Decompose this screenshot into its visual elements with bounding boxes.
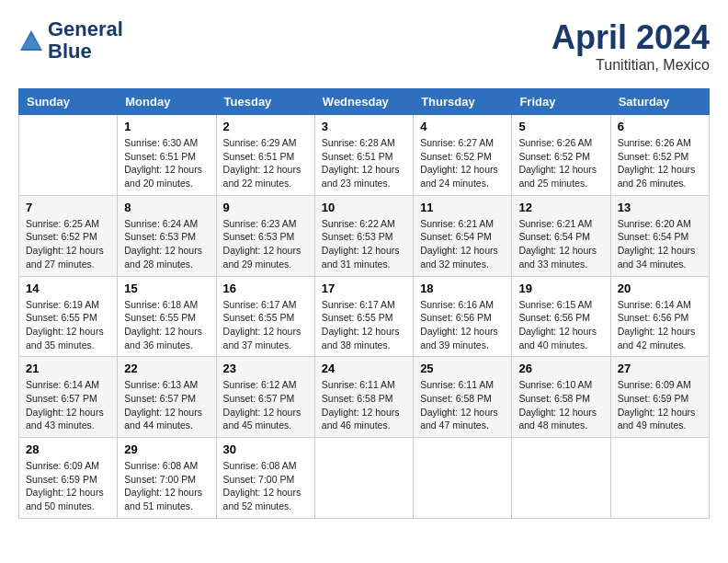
calendar-cell: 9Sunrise: 6:23 AMSunset: 6:53 PMDaylight… [216,195,314,276]
day-info: Sunrise: 6:20 AMSunset: 6:54 PMDaylight:… [618,217,702,271]
calendar-cell: 7Sunrise: 6:25 AMSunset: 6:52 PMDaylight… [19,195,118,276]
calendar-cell: 17Sunrise: 6:17 AMSunset: 6:55 PMDayligh… [314,276,413,357]
day-number: 8 [124,201,209,214]
day-info: Sunrise: 6:17 AMSunset: 6:55 PMDaylight:… [322,298,406,352]
logo: General Blue [18,18,123,63]
day-info: Sunrise: 6:11 AMSunset: 6:58 PMDaylight:… [420,378,505,432]
calendar-cell [512,438,610,519]
weekday-header: Sunday [19,89,118,115]
title-block: April 2024 Tunititian, Mexico [552,18,710,74]
day-number: 11 [420,201,505,214]
calendar-week-row: 7Sunrise: 6:25 AMSunset: 6:52 PMDaylight… [19,195,710,276]
calendar-cell [314,438,413,519]
calendar-cell: 6Sunrise: 6:26 AMSunset: 6:52 PMDaylight… [610,115,709,196]
header-row: SundayMondayTuesdayWednesdayThursdayFrid… [19,89,710,115]
calendar-week-row: 1Sunrise: 6:30 AMSunset: 6:51 PMDaylight… [19,115,710,196]
day-number: 6 [618,120,702,133]
day-info: Sunrise: 6:14 AMSunset: 6:57 PMDaylight:… [26,378,110,432]
day-number: 2 [223,120,308,133]
calendar-cell: 15Sunrise: 6:18 AMSunset: 6:55 PMDayligh… [118,276,216,357]
day-number: 25 [420,362,505,375]
weekday-header: Saturday [610,89,709,115]
day-info: Sunrise: 6:24 AMSunset: 6:53 PMDaylight:… [124,217,209,271]
page-header: General Blue April 2024 Tunititian, Mexi… [18,18,710,74]
day-info: Sunrise: 6:27 AMSunset: 6:52 PMDaylight:… [420,136,505,190]
day-number: 4 [420,120,505,133]
day-number: 3 [322,120,406,133]
calendar-cell: 14Sunrise: 6:19 AMSunset: 6:55 PMDayligh… [19,276,118,357]
calendar-cell: 28Sunrise: 6:09 AMSunset: 6:59 PMDayligh… [19,438,118,519]
day-info: Sunrise: 6:13 AMSunset: 6:57 PMDaylight:… [124,378,209,432]
day-info: Sunrise: 6:28 AMSunset: 6:51 PMDaylight:… [322,136,406,190]
calendar-cell: 11Sunrise: 6:21 AMSunset: 6:54 PMDayligh… [414,195,512,276]
calendar-cell: 26Sunrise: 6:10 AMSunset: 6:58 PMDayligh… [512,357,610,438]
day-info: Sunrise: 6:23 AMSunset: 6:53 PMDaylight:… [223,217,308,271]
day-info: Sunrise: 6:12 AMSunset: 6:57 PMDaylight:… [223,378,308,432]
day-info: Sunrise: 6:22 AMSunset: 6:53 PMDaylight:… [322,217,406,271]
day-info: Sunrise: 6:15 AMSunset: 6:56 PMDaylight:… [518,298,603,352]
calendar-cell: 22Sunrise: 6:13 AMSunset: 6:57 PMDayligh… [118,357,216,438]
calendar-cell: 1Sunrise: 6:30 AMSunset: 6:51 PMDaylight… [118,115,216,196]
calendar-cell: 27Sunrise: 6:09 AMSunset: 6:59 PMDayligh… [610,357,709,438]
day-number: 13 [618,201,702,214]
day-info: Sunrise: 6:08 AMSunset: 7:00 PMDaylight:… [223,459,308,513]
day-number: 10 [322,201,406,214]
weekday-header: Tuesday [216,89,314,115]
day-number: 30 [223,442,308,456]
calendar-cell: 24Sunrise: 6:11 AMSunset: 6:58 PMDayligh… [314,357,413,438]
calendar-cell [610,438,709,519]
weekday-header: Wednesday [314,89,413,115]
day-number: 15 [124,282,209,295]
day-info: Sunrise: 6:09 AMSunset: 6:59 PMDaylight:… [618,378,702,432]
day-info: Sunrise: 6:10 AMSunset: 6:58 PMDaylight:… [518,378,603,432]
calendar-week-row: 14Sunrise: 6:19 AMSunset: 6:55 PMDayligh… [19,276,710,357]
calendar-cell: 21Sunrise: 6:14 AMSunset: 6:57 PMDayligh… [19,357,118,438]
day-number: 18 [420,282,505,295]
day-number: 17 [322,282,406,295]
day-number: 19 [518,282,603,295]
logo-icon [18,29,44,54]
calendar-cell: 23Sunrise: 6:12 AMSunset: 6:57 PMDayligh… [216,357,314,438]
day-number: 22 [124,362,209,375]
calendar-cell: 8Sunrise: 6:24 AMSunset: 6:53 PMDaylight… [118,195,216,276]
day-number: 23 [223,362,308,375]
day-info: Sunrise: 6:16 AMSunset: 6:56 PMDaylight:… [420,298,505,352]
day-number: 12 [518,201,603,214]
day-info: Sunrise: 6:30 AMSunset: 6:51 PMDaylight:… [124,136,209,190]
day-number: 26 [518,362,603,375]
calendar-cell: 2Sunrise: 6:29 AMSunset: 6:51 PMDaylight… [216,115,314,196]
weekday-header: Monday [118,89,216,115]
logo-text: General Blue [48,18,123,63]
calendar-cell: 4Sunrise: 6:27 AMSunset: 6:52 PMDaylight… [414,115,512,196]
weekday-header: Friday [512,89,610,115]
calendar-week-row: 28Sunrise: 6:09 AMSunset: 6:59 PMDayligh… [19,438,710,519]
day-number: 1 [124,120,209,133]
day-number: 14 [26,282,110,295]
day-info: Sunrise: 6:26 AMSunset: 6:52 PMDaylight:… [618,136,702,190]
day-number: 29 [124,442,209,456]
day-info: Sunrise: 6:25 AMSunset: 6:52 PMDaylight:… [26,217,110,271]
calendar-cell: 20Sunrise: 6:14 AMSunset: 6:56 PMDayligh… [610,276,709,357]
calendar-cell: 12Sunrise: 6:21 AMSunset: 6:54 PMDayligh… [512,195,610,276]
weekday-header: Thursday [414,89,512,115]
day-number: 7 [26,201,110,214]
calendar-table: SundayMondayTuesdayWednesdayThursdayFrid… [18,88,710,519]
day-number: 27 [618,362,702,375]
day-number: 21 [26,362,110,375]
calendar-cell: 18Sunrise: 6:16 AMSunset: 6:56 PMDayligh… [414,276,512,357]
calendar-cell: 25Sunrise: 6:11 AMSunset: 6:58 PMDayligh… [414,357,512,438]
calendar-body: 1Sunrise: 6:30 AMSunset: 6:51 PMDaylight… [19,115,710,519]
calendar-cell: 3Sunrise: 6:28 AMSunset: 6:51 PMDaylight… [314,115,413,196]
day-info: Sunrise: 6:21 AMSunset: 6:54 PMDaylight:… [518,217,603,271]
month-title: April 2024 [552,18,710,57]
day-info: Sunrise: 6:19 AMSunset: 6:55 PMDaylight:… [26,298,110,352]
day-info: Sunrise: 6:26 AMSunset: 6:52 PMDaylight:… [518,136,603,190]
location-title: Tunititian, Mexico [552,57,710,74]
day-number: 9 [223,201,308,214]
calendar-cell: 5Sunrise: 6:26 AMSunset: 6:52 PMDaylight… [512,115,610,196]
calendar-cell: 16Sunrise: 6:17 AMSunset: 6:55 PMDayligh… [216,276,314,357]
day-info: Sunrise: 6:11 AMSunset: 6:58 PMDaylight:… [322,378,406,432]
day-info: Sunrise: 6:21 AMSunset: 6:54 PMDaylight:… [420,217,505,271]
day-number: 20 [618,282,702,295]
calendar-cell [414,438,512,519]
